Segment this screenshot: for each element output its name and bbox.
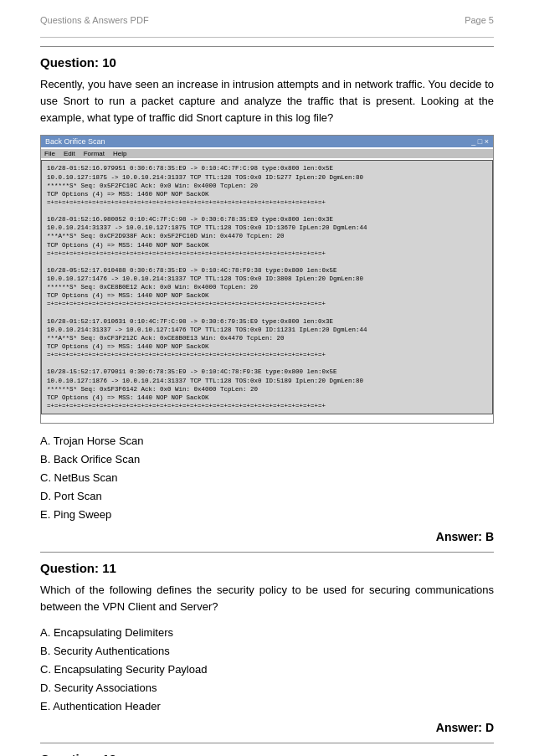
terminal-wrapper: Back Orifice Scan _ □ × File Edit Format… <box>40 135 494 424</box>
q10-option-e: E. Ping Sweep <box>40 506 494 524</box>
header-divider <box>40 37 494 38</box>
q11-option-d: D. Security Associations <box>40 679 494 697</box>
q11-option-e: E. Authentication Header <box>40 697 494 716</box>
q11-top-divider <box>40 552 494 553</box>
q12-title: Question: 12 <box>40 752 494 756</box>
menu-format: Format <box>84 150 105 157</box>
menu-edit: Edit <box>64 150 75 157</box>
question-12: Question: 12 After a meeting between the… <box>40 743 494 756</box>
menu-help: Help <box>113 150 126 157</box>
header-left: Questions & Answers PDF <box>40 15 149 25</box>
page: Questions & Answers PDF Page 5 Question:… <box>0 0 534 756</box>
q11-answer: Answer: D <box>436 721 494 734</box>
q10-option-a: A. Trojan Horse Scan <box>40 432 494 450</box>
page-header: Questions & Answers PDF Page 5 <box>40 15 494 25</box>
q10-options: A. Trojan Horse Scan B. Back Orifice Sca… <box>40 432 494 524</box>
q10-option-c: C. NetBus Scan <box>40 469 494 487</box>
q11-options: A. Encapsulating Delimiters B. Security … <box>40 624 494 716</box>
q11-text: Which of the following defines the secur… <box>40 582 494 615</box>
terminal-title-bar: Back Orifice Scan _ □ × <box>41 136 493 147</box>
q10-text: Recently, you have seen an increase in i… <box>40 76 494 126</box>
q11-title: Question: 11 <box>40 561 494 575</box>
q11-option-b: B. Security Authentications <box>40 642 494 661</box>
terminal-content: 10/28-01:52:16.979951 0:30:6:78:35:E9 ->… <box>41 160 493 414</box>
q12-top-divider <box>40 743 494 743</box>
q10-title: Question: 10 <box>40 55 494 69</box>
q11-option-a: A. Encapsulating Delimiters <box>40 624 494 642</box>
q10-option-d: D. Port Scan <box>40 487 494 506</box>
question-11: Question: 11 Which of the following defi… <box>40 552 494 735</box>
q10-top-divider <box>40 46 494 47</box>
q10-answer-row: Answer: B <box>40 530 494 543</box>
q10-answer: Answer: B <box>436 530 494 543</box>
q11-option-c: C. Encapsulating Security Payload <box>40 661 494 679</box>
question-10: Question: 10 Recently, you have seen an … <box>40 46 494 543</box>
header-right: Page 5 <box>465 15 494 25</box>
terminal-controls: _ □ × <box>471 137 489 146</box>
terminal-title: Back Orifice Scan <box>45 137 105 146</box>
q11-answer-row: Answer: D <box>40 721 494 734</box>
menu-file: File <box>44 150 55 157</box>
q10-option-b: B. Back Orifice Scan <box>40 450 494 469</box>
terminal-menu: File Edit Format Help <box>41 149 493 158</box>
